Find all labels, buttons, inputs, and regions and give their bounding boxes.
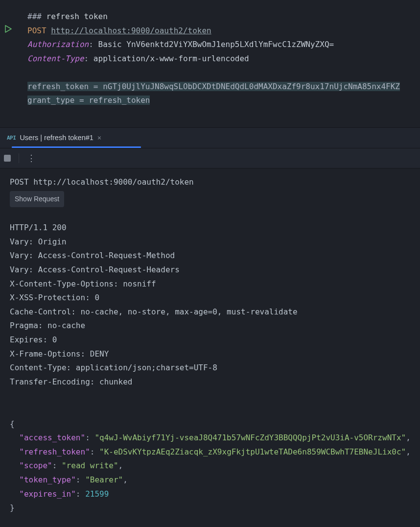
stop-button-icon[interactable] (4, 155, 11, 162)
header-value-content-type: application/x-www-form-urlencoded (93, 54, 249, 63)
http-method: POST (27, 26, 47, 35)
header-value-authorization: Basic YnV6enktd2ViYXBwOmJ1enp5LXdlYmFwcC… (98, 40, 334, 49)
response-status: HTTP/1.1 200 (10, 223, 67, 232)
more-icon[interactable]: ⋮ (27, 155, 36, 162)
json-value: "q4wJ-WvAbiyf71Yj-vseaJ8Q471b57wNFcZdY3B… (94, 433, 406, 442)
close-icon[interactable]: × (97, 134, 101, 142)
response-header: Cache-Control: no-cache, no-store, max-a… (10, 307, 298, 316)
comment-marker: ### (27, 12, 42, 21)
request-url[interactable]: http://localhost:9000/oauth2/token (51, 26, 211, 35)
json-key: "access_token" (19, 433, 85, 442)
response-header: Transfer-Encoding: chunked (10, 377, 132, 386)
header-name-authorization: Authorization (27, 40, 89, 49)
json-key: "refresh_token" (19, 447, 90, 456)
response-header: Vary: Origin (10, 237, 67, 246)
response-header: Content-Type: application/json;charset=U… (10, 363, 217, 372)
json-key: "token_type" (19, 475, 76, 484)
response-tab[interactable]: API Users | refresh token#1 × (0, 128, 108, 148)
json-key: "scope" (19, 461, 52, 470)
body-line-grant-type: grant_type = refresh_token (27, 96, 150, 105)
response-header: Pragma: no-cache (10, 321, 85, 330)
show-request-button[interactable]: Show Request (10, 191, 64, 207)
response-toolbar: ⋮ (0, 148, 420, 168)
json-key: "expires_in" (19, 489, 76, 499)
request-name: refresh token (47, 12, 108, 21)
active-tab-indicator (12, 146, 141, 148)
header-name-content-type: Content-Type (27, 54, 84, 63)
response-pane[interactable]: POST http://localhost:9000/oauth2/token … (0, 168, 420, 515)
response-header: Vary: Access-Control-Request-Headers (10, 265, 180, 274)
run-request-icon[interactable] (4, 25, 13, 34)
response-header: Expires: 0 (10, 335, 57, 344)
json-value: "K-eDSvKYtpzAEq2Ziacqk_zX9xgFkjtpU1wteTA… (99, 447, 406, 456)
body-line-refresh-token: refresh_token = nGTj0UjlYuJN8wqSLObDCXDt… (27, 82, 400, 91)
json-value: 21599 (85, 489, 109, 499)
response-header: X-XSS-Protection: 0 (10, 293, 99, 302)
response-header: Vary: Access-Control-Request-Method (10, 251, 175, 260)
response-header: X-Frame-Options: DENY (10, 349, 109, 359)
response-request-line: POST http://localhost:9000/oauth2/token (10, 177, 194, 187)
tab-label: Users | refresh token#1 (20, 134, 93, 142)
svg-marker-0 (5, 25, 11, 32)
json-value: "Bearer" (85, 475, 123, 484)
code-area[interactable]: ### refresh token POST http://localhost:… (0, 10, 420, 108)
json-value: "read write" (62, 461, 118, 470)
response-tab-bar: API Users | refresh token#1 × (0, 128, 420, 148)
toolbar-divider (19, 153, 19, 163)
api-icon: API (7, 135, 16, 141)
editor-gutter (0, 0, 19, 127)
http-editor-pane: ### refresh token POST http://localhost:… (0, 0, 420, 128)
response-header: X-Content-Type-Options: nosniff (10, 279, 156, 288)
